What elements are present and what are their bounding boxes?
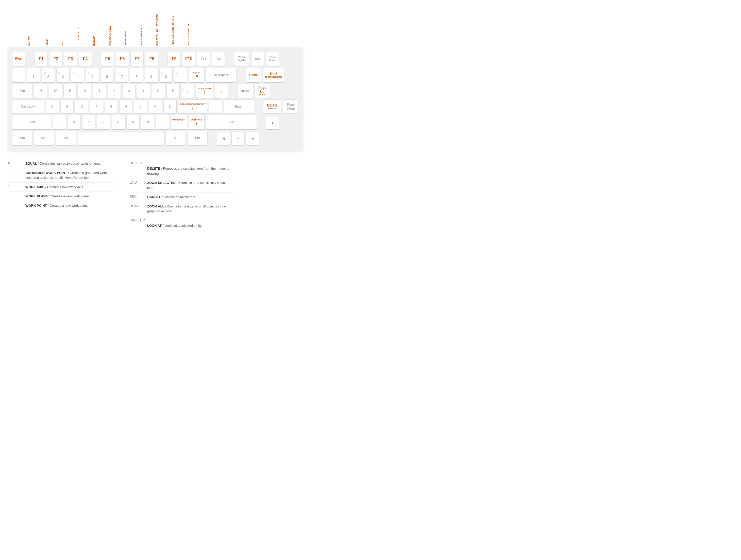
key-0[interactable]: ) 0: [159, 68, 173, 82]
key-k[interactable]: K: [149, 99, 162, 113]
key-5[interactable]: % 5: [86, 68, 99, 82]
key-p[interactable]: P: [166, 84, 180, 98]
key-tilde[interactable]: ~ `: [12, 68, 25, 82]
key-c[interactable]: C: [82, 115, 95, 129]
key-ctrl-left[interactable]: Ctrl: [12, 131, 32, 145]
fkey-label-f3: ZOOM SELECTED: [77, 24, 93, 46]
key-e[interactable]: E: [63, 84, 77, 98]
key-capslock[interactable]: Caps Lock: [12, 99, 44, 113]
key-w[interactable]: W: [49, 84, 62, 98]
key-i[interactable]: I: [137, 84, 150, 98]
key-esc[interactable]: Esc: [12, 52, 25, 66]
key-tab[interactable]: Tab: [12, 84, 32, 98]
key-arrow-right[interactable]: ▶: [246, 132, 259, 145]
key-7[interactable]: & 7: [115, 68, 128, 82]
key-v[interactable]: V: [97, 115, 110, 129]
key-alt-right[interactable]: Alt: [165, 131, 186, 145]
legend-item-period: . WORK POINT / Creates a new work point.: [8, 201, 114, 210]
key-3[interactable]: # 3: [56, 68, 70, 82]
key-f[interactable]: F: [90, 99, 103, 113]
key-m[interactable]: M: [141, 115, 154, 129]
key-h[interactable]: H: [119, 99, 132, 113]
key-f12[interactable]: F12: [212, 52, 225, 66]
key-alt-left[interactable]: Alt: [56, 131, 76, 145]
legend-item-home: HOME ZOOM ALL / Zooms to the extents of …: [129, 202, 236, 216]
key-f2[interactable]: F2: [49, 52, 62, 66]
key-end[interactable]: End ZOOM SELECTED: [263, 68, 284, 82]
fkey-label-f9: HIDE ALL CONSTRAINTS: [172, 16, 187, 46]
key-scrlk[interactable]: ScrLK: [251, 52, 264, 66]
key-f5[interactable]: F5: [101, 52, 114, 66]
fkey-label-f5: PREVIOUS VIEW: [109, 26, 124, 46]
key-f3[interactable]: F3: [64, 52, 77, 66]
key-period[interactable]: WORK POINT .: [171, 115, 187, 129]
key-home[interactable]: Home: [246, 68, 261, 82]
key-shift-right[interactable]: Shift: [206, 115, 257, 129]
key-f7[interactable]: F7: [130, 52, 144, 66]
key-equal[interactable]: EQUAL =: [189, 68, 205, 82]
key-4[interactable]: $ 4: [71, 68, 84, 82]
key-f6[interactable]: F6: [116, 52, 129, 66]
key-rbracket[interactable]: WORK PLANE ]: [196, 84, 213, 98]
key-8[interactable]: * 8: [130, 68, 143, 82]
key-s[interactable]: S: [60, 99, 74, 113]
key-lbracket[interactable]: { [: [181, 84, 194, 98]
key-backspace[interactable]: Backspace: [206, 68, 237, 82]
legend-item-esc: ESC CANCEL / Closes the active tool.: [129, 192, 236, 202]
key-z[interactable]: Z: [53, 115, 66, 129]
key-n[interactable]: N: [126, 115, 140, 129]
key-y[interactable]: Y: [108, 84, 121, 98]
legend-item-delete: DELETE / Removes the selected item from …: [129, 166, 236, 178]
key-f4[interactable]: F4: [79, 52, 92, 66]
key-arrow-down[interactable]: ▼: [231, 132, 245, 145]
key-slash[interactable]: WORK AXIS /: [189, 115, 205, 129]
key-start[interactable]: Start: [34, 131, 54, 145]
bottom-row: Ctrl Start Alt Alt Ctrl ◀ ▼ ▶: [12, 131, 299, 145]
key-g[interactable]: G: [105, 99, 118, 113]
key-u[interactable]: U: [122, 84, 136, 98]
fkey-label-esc: CANCEL: [28, 35, 44, 46]
key-x[interactable]: X: [68, 115, 81, 129]
key-a[interactable]: A: [46, 99, 59, 113]
key-delete[interactable]: Delete DELETE: [263, 99, 281, 113]
key-f10[interactable]: F10: [182, 52, 195, 66]
key-comma[interactable]: < ,: [156, 115, 169, 129]
keyboard: Esc F1 F2 F3 F4 F5 F6 F7 F8 F9: [8, 47, 303, 151]
key-j[interactable]: J: [134, 99, 147, 113]
key-9[interactable]: ( 9: [145, 68, 158, 82]
key-minus[interactable]: — -: [174, 68, 187, 82]
key-q[interactable]: Q: [34, 84, 47, 98]
key-t[interactable]: T: [93, 84, 106, 98]
key-1[interactable]: ! 1: [27, 68, 40, 82]
key-pagedown[interactable]: PageDown: [283, 99, 299, 113]
key-l[interactable]: L: [163, 99, 177, 113]
key-arrow-left[interactable]: ◀: [217, 132, 230, 145]
key-backslash[interactable]: | \: [215, 84, 228, 98]
key-f9[interactable]: F9: [167, 52, 181, 66]
legend-item-equal: = EQUAL / Constrains curves to equal rad…: [8, 159, 114, 168]
key-semicolon[interactable]: GROUNDED WORK POINT ;: [178, 99, 207, 113]
key-ctrl-right[interactable]: Ctrl: [187, 131, 208, 145]
number-row: ~ ` ! 1 @ 2 # 3 $ 4 % 5 ^ 6: [12, 68, 299, 82]
key-f1[interactable]: F1: [35, 52, 48, 66]
key-d[interactable]: D: [75, 99, 88, 113]
key-f11[interactable]: F11: [197, 52, 210, 66]
legend-item-semicolon: ; GROUNDED WORK POINT / Creates a ground…: [8, 168, 114, 182]
key-b[interactable]: B: [112, 115, 125, 129]
key-f8[interactable]: F8: [145, 52, 158, 66]
key-enter[interactable]: Enter: [223, 99, 254, 113]
key-r[interactable]: R: [78, 84, 91, 98]
function-row: Esc F1 F2 F3 F4 F5 F6 F7 F8 F9: [12, 52, 299, 66]
key-pageup[interactable]: PageUp LOOK AT: [255, 84, 270, 98]
key-pause[interactable]: PauseBreak: [266, 52, 279, 66]
key-6[interactable]: ^ 6: [100, 68, 114, 82]
key-2[interactable]: @ 2: [42, 68, 55, 82]
fkey-label-f7: SLICE GRAPHICS: [140, 24, 156, 46]
key-o[interactable]: O: [152, 84, 165, 98]
key-arrow-up[interactable]: ▲: [266, 116, 279, 129]
key-insert[interactable]: Insert: [237, 84, 253, 98]
key-shift-left[interactable]: Shift: [12, 115, 51, 129]
key-prtscn[interactable]: PrtScnSysRq: [234, 52, 250, 66]
key-space[interactable]: [78, 132, 164, 145]
key-quote[interactable]: " ': [209, 99, 222, 113]
